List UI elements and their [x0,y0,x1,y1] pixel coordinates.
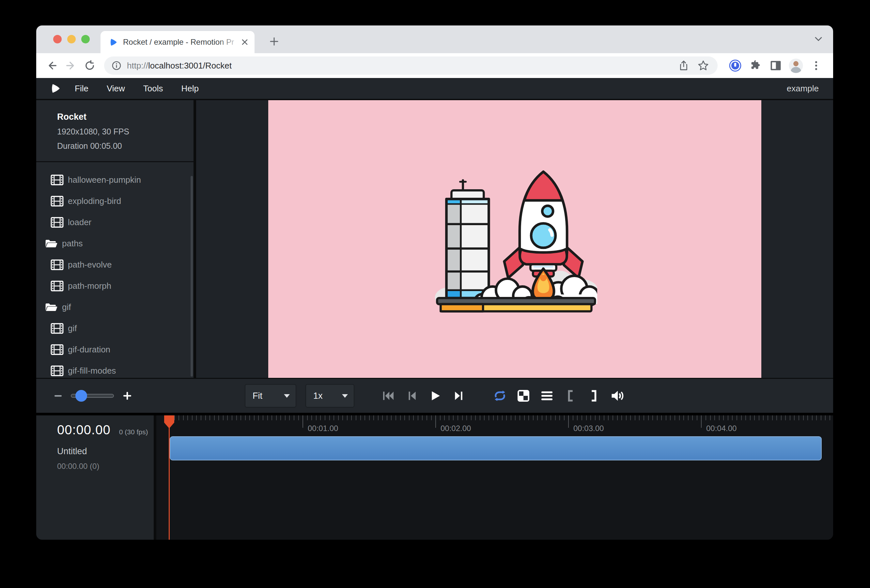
timeline-sequence-bar[interactable] [170,436,822,460]
timeline-track-area[interactable]: 00:01.00 00:02.00 00:03.00 00:04.00 [156,415,833,540]
composition-label: exploding-bird [68,196,121,206]
menu-view[interactable]: View [98,78,134,99]
film-icon [51,174,64,185]
composition-label: halloween-pumpkin [68,175,141,185]
star-icon [697,60,709,71]
composition-item[interactable]: gif [36,318,194,339]
zoom-slider-knob[interactable] [75,390,87,402]
menu-tools[interactable]: Tools [134,78,172,99]
checkerboard-icon [518,390,529,402]
new-tab-button[interactable] [267,34,282,49]
composition-item[interactable]: exploding-bird [36,191,194,212]
browser-tab[interactable]: Rocket / example - Remotion Pr [100,31,255,53]
size-dropdown-value: Fit [253,391,262,401]
composition-duration: Duration 00:05.00 [57,141,184,151]
composition-item[interactable]: halloween-pumpkin [36,169,194,191]
next-frame-icon [454,391,464,401]
composition-item[interactable]: gif-fill-modes [36,360,194,378]
track-duration: 00:00.00 (0) [57,462,154,471]
volume-button[interactable] [610,386,624,406]
composition-item[interactable]: loader [36,212,194,233]
side-panel-button[interactable] [767,57,784,74]
menu-help[interactable]: Help [172,78,208,99]
site-info-icon[interactable] [111,60,122,71]
compositions-sidebar: Rocket 1920x1080, 30 FPS Duration 00:05.… [36,100,196,378]
ruler-major-tick [435,415,436,428]
volume-icon [611,390,624,402]
out-point-button[interactable] [587,386,601,406]
sidebar-scrollbar[interactable] [191,176,193,377]
previous-frame-button[interactable] [405,386,419,406]
composition-list: halloween-pumpkin exploding-bird loader … [36,169,194,378]
menu-file[interactable]: File [66,78,98,99]
profile-avatar[interactable] [787,57,804,74]
timeline-panel: 00:00.00 0 (30 fps) Untitled 00:00.00 (0… [36,415,833,540]
next-frame-button[interactable] [451,386,466,406]
composition-item[interactable]: path-morph [36,275,194,296]
loop-toggle-button[interactable] [493,386,507,406]
speed-dropdown[interactable]: 1x [305,384,355,408]
playhead-line[interactable] [169,415,170,540]
maximize-window-button[interactable] [81,35,90,43]
track-name: Untitled [57,447,154,457]
browser-menu-button[interactable] [808,57,825,74]
transparency-toggle-button[interactable] [516,386,530,406]
tab-search-button[interactable] [814,36,823,44]
composition-info: Rocket 1920x1080, 30 FPS Duration 00:05.… [36,100,194,151]
size-dropdown[interactable]: Fit [245,384,296,408]
timeline-rows-button[interactable] [540,386,554,406]
frame-counter: 0 (30 fps) [119,428,148,436]
address-bar[interactable]: http://localhost:3001/Rocket [104,57,718,75]
film-icon [51,281,64,292]
composition-item[interactable]: gif-duration [36,339,194,360]
folder-item[interactable]: paths [36,233,194,254]
chevron-down-icon [284,394,290,398]
composition-label: path-evolve [68,260,112,270]
share-button[interactable] [676,58,691,73]
extensions-button[interactable] [747,57,764,74]
rocket-illustration [432,164,597,314]
film-icon [51,323,64,334]
minimize-window-button[interactable] [67,35,76,43]
composition-item[interactable]: path-evolve [36,254,194,275]
forward-button[interactable] [64,58,78,73]
chevron-down-icon [342,394,348,398]
composition-resolution: 1920x1080, 30 FPS [57,127,184,136]
zoom-in-button[interactable] [122,391,132,401]
reload-icon [84,60,95,71]
ruler-label: 00:01.00 [308,424,338,433]
film-icon [51,365,64,376]
folder-item[interactable]: gif [36,296,194,318]
folder-open-icon [45,302,58,313]
reload-button[interactable] [83,58,97,73]
password-manager-button[interactable] [727,57,744,74]
plus-icon [269,37,279,46]
side-panel-icon [770,60,782,72]
skip-to-start-icon [382,391,395,401]
zoom-out-button[interactable] [54,392,62,400]
composition-label: gif-duration [68,345,110,355]
tab-title: Rocket / example - Remotion Pr [123,37,241,47]
remotion-logo-button[interactable] [50,83,61,94]
close-tab-icon[interactable] [241,38,249,46]
back-button[interactable] [45,58,59,73]
remotion-logo-icon [50,83,61,94]
play-button[interactable] [428,386,442,406]
out-bracket-icon [591,390,597,402]
avatar [788,58,803,73]
project-name-label: example [787,83,833,94]
playback-controls: Fit 1x [245,379,624,413]
ruler-major-tick [302,415,303,428]
bookmark-button[interactable] [696,58,711,73]
film-icon [51,344,64,355]
composition-name: Rocket [57,112,184,122]
playhead-handle[interactable] [164,415,174,429]
composition-label: path-morph [68,281,111,291]
in-point-button[interactable] [563,386,578,406]
composition-label: gif-fill-modes [68,366,116,376]
zoom-slider[interactable] [71,394,114,398]
forward-arrow-icon [65,60,77,71]
skip-to-start-button[interactable] [381,386,396,406]
timeline-ruler[interactable] [170,415,833,420]
close-window-button[interactable] [53,35,62,43]
